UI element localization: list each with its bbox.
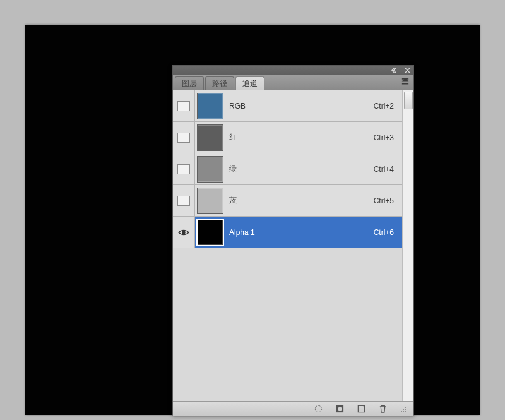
svg-point-6 <box>403 409 404 410</box>
tab-layers[interactable]: 图层 <box>175 76 204 90</box>
visibility-toggle[interactable] <box>173 217 195 248</box>
load-selection-icon[interactable] <box>312 404 324 414</box>
channels-panel: 图层 路径 通道 RGB Ctrl+2 <box>172 65 414 415</box>
swatch <box>197 93 223 119</box>
channel-thumbnail[interactable] <box>195 122 225 153</box>
channel-name: 红 <box>229 133 237 141</box>
channel-row-red[interactable]: 红 Ctrl+3 <box>173 122 403 153</box>
collapse-left-icon[interactable] <box>391 67 398 74</box>
channel-row-rgb[interactable]: RGB Ctrl+2 <box>173 90 403 122</box>
svg-point-8 <box>401 411 402 412</box>
svg-point-3 <box>338 407 342 411</box>
svg-point-0 <box>182 231 185 234</box>
channel-shortcut: Ctrl+5 <box>374 196 394 205</box>
tab-label: 图层 <box>182 78 197 89</box>
tab-label: 路径 <box>212 78 227 89</box>
channel-thumbnail[interactable] <box>195 90 225 121</box>
panel-header <box>173 66 413 75</box>
channel-shortcut: Ctrl+4 <box>374 165 394 174</box>
workspace: 图层 路径 通道 RGB Ctrl+2 <box>0 0 505 420</box>
visibility-toggle[interactable] <box>173 185 195 216</box>
channel-row-blue[interactable]: 蓝 Ctrl+5 <box>173 185 403 217</box>
svg-point-9 <box>403 411 404 412</box>
channel-name: RGB <box>229 102 246 111</box>
channel-thumbnail[interactable] <box>195 153 225 184</box>
visibility-on-eye-icon <box>177 228 190 237</box>
divider <box>401 67 401 73</box>
swatch <box>197 124 223 151</box>
channels-list: RGB Ctrl+2 红 Ctrl+3 <box>173 90 403 401</box>
panel-footer <box>173 401 413 416</box>
channel-shortcut: Ctrl+6 <box>374 228 394 237</box>
panel-menu-icon[interactable] <box>400 77 411 87</box>
svg-point-1 <box>315 405 321 412</box>
channel-row-alpha-1[interactable]: Alpha 1 Ctrl+6 <box>173 217 403 248</box>
visibility-off-icon <box>177 133 190 143</box>
delete-channel-icon[interactable] <box>377 404 388 414</box>
svg-point-5 <box>405 407 406 408</box>
channel-name: Alpha 1 <box>229 228 255 237</box>
swatch <box>197 188 223 214</box>
swatch <box>197 156 223 183</box>
save-selection-as-channel-icon[interactable] <box>334 404 345 414</box>
resize-grip-icon[interactable] <box>398 404 407 413</box>
channel-name: 蓝 <box>229 196 237 205</box>
scrollbar-thumb[interactable] <box>404 92 413 109</box>
channel-name: 绿 <box>229 164 237 173</box>
tab-label: 通道 <box>242 78 258 89</box>
visibility-toggle[interactable] <box>173 90 195 121</box>
channel-row-green[interactable]: 绿 Ctrl+4 <box>173 153 403 185</box>
channel-thumbnail[interactable] <box>195 185 225 216</box>
channel-shortcut: Ctrl+2 <box>374 102 394 111</box>
tab-channels[interactable]: 通道 <box>235 76 264 90</box>
channel-shortcut: Ctrl+3 <box>374 133 394 142</box>
panel-tab-strip: 图层 路径 通道 <box>173 75 413 90</box>
visibility-off-icon <box>177 164 190 174</box>
channel-thumbnail[interactable] <box>195 217 225 248</box>
svg-point-10 <box>405 411 406 412</box>
visibility-toggle[interactable] <box>173 122 195 153</box>
swatch <box>196 219 224 246</box>
visibility-toggle[interactable] <box>173 153 195 184</box>
close-icon[interactable] <box>404 67 411 74</box>
svg-point-7 <box>405 409 406 410</box>
scrollbar-vertical[interactable] <box>402 90 413 401</box>
tab-paths[interactable]: 路径 <box>205 76 234 90</box>
visibility-off-icon <box>177 101 190 111</box>
channels-body: RGB Ctrl+2 红 Ctrl+3 <box>173 90 413 401</box>
visibility-off-icon <box>177 196 190 206</box>
new-channel-icon[interactable] <box>355 404 367 414</box>
